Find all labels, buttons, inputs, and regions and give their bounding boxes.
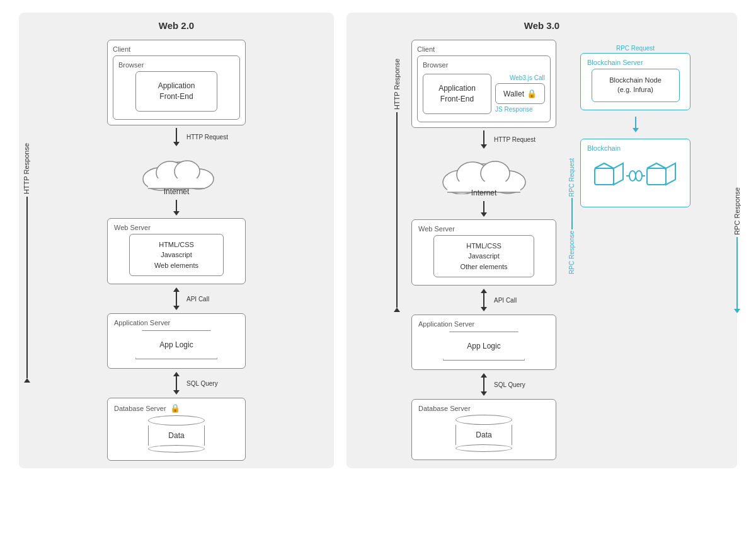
web3-webserver-box: Web Server HTML/CSSJavascriptOther eleme… [411, 219, 556, 286]
web2-data-cylinder: Data [148, 415, 205, 453]
web2-sql-label: SQL Query [186, 380, 218, 387]
web3-appserver-box: Application Server App Logic [411, 315, 556, 370]
web3-appserver-label: Application Server [418, 320, 549, 328]
web3-to-webserver-arrow [481, 201, 487, 217]
web3-data-cylinder: Data [455, 415, 512, 452]
svg-point-19 [636, 171, 642, 181]
web2-frontend-label: ApplicationFront-End [142, 81, 210, 102]
web3-wallet-label: Wallet [503, 90, 524, 98]
web2-appserver-label: Application Server [114, 319, 239, 327]
web2-webserver-content: HTML/CSSJavascriptWeb elements [129, 234, 224, 277]
web3-dbserver-label: Database Server [418, 405, 549, 412]
main-container: Web 2.0 HTTP Response Client [13, 13, 743, 468]
web3-api-call-label: API Call [494, 297, 517, 304]
web3-browser-box: Browser ApplicationFront-End Web3.js Cal… [417, 55, 551, 122]
web3-to-blockchain-arrow [580, 117, 690, 132]
web3-rpc-response-far: RPC Response [733, 187, 741, 235]
web3-client-label: Client [417, 45, 551, 53]
svg-marker-15 [595, 163, 614, 168]
svg-point-18 [629, 171, 636, 181]
web3-api-call-arrow: API Call [408, 286, 559, 314]
web2-browser-box: Browser ApplicationFront-End [113, 55, 240, 120]
web2-internet-cloud: Internet [135, 151, 217, 196]
web2-http-request-label: HTTP Request [186, 134, 228, 141]
svg-rect-14 [595, 168, 614, 185]
web2-client-box: Client Browser ApplicationFront-End [107, 40, 246, 125]
web3-webserver-label: Web Server [418, 225, 549, 233]
web3-blockchain-box: Blockchain [580, 139, 690, 207]
svg-marker-23 [666, 163, 675, 185]
web3-data-label: Data [476, 431, 491, 439]
web3-right-column: RPC Request RPC Response RPC Request Blo… [568, 40, 690, 460]
web2-title: Web 2.0 [29, 20, 324, 31]
web3-blockchain-server-box: Blockchain Server Blockchain Node(e.g. I… [580, 53, 690, 110]
web2-data-label: Data [168, 431, 184, 440]
web3-internet-cloud: Internet [433, 153, 534, 197]
web2-webserver-label: Web Server [114, 224, 239, 231]
web2-appserver-box: Application Server App Logic [107, 313, 246, 369]
web3-frontend-label: ApplicationFront-End [428, 83, 486, 105]
web3-http-response-label: HTTP Response [393, 59, 401, 110]
web3-rpc-request-side: RPC Request [568, 158, 575, 197]
web2-webserver-text: HTML/CSSJavascriptWeb elements [136, 240, 217, 271]
web3-blockchain-node-box: Blockchain Node(e.g. Infura) [592, 69, 680, 102]
web3-section: Web 3.0 HTTP Response Client Browser [346, 13, 737, 468]
svg-marker-22 [647, 163, 666, 168]
web3-blockchain-server-label: Blockchain Server [587, 59, 684, 66]
http-response-label: HTTP Response [23, 143, 30, 194]
web2-browser-label: Browser [118, 61, 234, 69]
web2-http-request-arrow: HTTP Request [94, 126, 258, 149]
svg-rect-21 [647, 168, 666, 185]
web2-lock-icon: 🔒 [170, 403, 180, 413]
web3-blockchain-icons [587, 154, 684, 202]
web2-applogic-shape: App Logic [135, 330, 217, 359]
web3-http-request-label: HTTP Request [494, 136, 536, 143]
web2-applogic-label: App Logic [159, 340, 193, 349]
web2-dbserver-label: Database Server [114, 405, 166, 412]
web3-sql-arrow: SQL Query [408, 371, 559, 398]
web3-applogic-shape: App Logic [443, 332, 525, 361]
web2-api-call-label: API Call [186, 296, 209, 303]
web2-to-webserver-arrow [173, 200, 180, 216]
web2-frontend-box: ApplicationFront-End [135, 71, 217, 112]
web3-blockchain-node-label: Blockchain Node(e.g. Infura) [597, 76, 674, 95]
web2-sql-arrow: SQL Query [94, 369, 258, 397]
web3-webserver-content: HTML/CSSJavascriptOther elements [433, 235, 534, 278]
web2-webserver-box: Web Server HTML/CSSJavascriptWeb element… [107, 218, 246, 285]
web3-web3js-call-label: Web3.js Call [495, 74, 545, 81]
web2-api-call-arrow: API Call [94, 285, 258, 313]
web3-sql-label: SQL Query [494, 381, 525, 388]
web3-webserver-text: HTML/CSSJavascriptOther elements [440, 241, 527, 272]
web3-browser-label: Browser [423, 61, 545, 69]
web3-applogic-label: App Logic [467, 342, 500, 350]
web3-wallet-box: Wallet 🔒 [495, 83, 545, 104]
web3-dbserver-box: Database Server Data [411, 399, 556, 460]
web2-dbserver-box: Database Server 🔒 Data [107, 398, 246, 461]
web3-wallet-lock: 🔒 [527, 89, 537, 98]
web3-title: Web 3.0 [357, 20, 727, 31]
web3-rpc-response-side: RPC Response [568, 231, 575, 274]
web2-section: Web 2.0 HTTP Response Client [19, 13, 334, 468]
web3-client-box: Client Browser ApplicationFront-End [411, 40, 556, 128]
web3-frontend-box: ApplicationFront-End [423, 74, 491, 114]
web3-js-response-label: JS Response [495, 106, 545, 113]
web2-client-label: Client [113, 45, 240, 53]
web3-left-column: Client Browser ApplicationFront-End [408, 40, 559, 460]
svg-marker-16 [614, 163, 623, 185]
web3-http-request-arrow: HTTP Request [408, 129, 559, 151]
web3-blockchain-label: Blockchain [587, 144, 684, 152]
web3-rpc-request-top: RPC Request [580, 45, 690, 52]
